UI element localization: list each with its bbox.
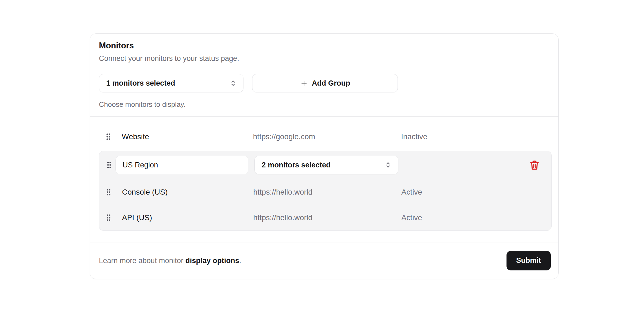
learn-more-text: Learn more about monitor display options… (99, 256, 241, 265)
group-monitor-row: Console (US) https://hello.world Active (99, 179, 551, 205)
group-monitors-select-value: 2 monitors selected (262, 161, 331, 169)
group-monitor-row: API (US) https://hello.world Active (99, 205, 551, 230)
trash-icon (529, 160, 540, 170)
monitor-url: https://hello.world (253, 188, 401, 197)
monitor-list: Website https://google.com Inactive 2 mo… (90, 117, 558, 242)
monitor-group: 2 monitors selected (99, 151, 552, 231)
learn-more-suffix: . (239, 257, 241, 265)
learn-more-prefix: Learn more about monitor (99, 257, 185, 265)
chevron-up-down-icon (384, 161, 392, 169)
group-monitors-select[interactable]: 2 monitors selected (254, 156, 398, 174)
group-name-input[interactable] (115, 156, 248, 174)
add-group-button[interactable]: Add Group (252, 74, 398, 92)
add-group-label: Add Group (312, 79, 350, 88)
card-header: Monitors Connect your monitors to your s… (90, 34, 558, 116)
monitor-url: https://hello.world (253, 213, 401, 222)
controls-row: 1 monitors selected Add Group (99, 74, 551, 92)
card-subtitle: Connect your monitors to your status pag… (99, 54, 551, 63)
monitor-row-website: Website https://google.com Inactive (99, 124, 552, 149)
handle-cell (99, 188, 122, 196)
drag-handle-icon[interactable] (106, 188, 111, 196)
plus-icon (300, 79, 308, 87)
monitors-card: Monitors Connect your monitors to your s… (90, 33, 559, 279)
monitor-status: Inactive (401, 132, 552, 141)
chevron-up-down-icon (229, 79, 237, 87)
monitor-name: Website (122, 132, 253, 141)
page-title: Monitors (99, 40, 551, 51)
delete-group-button[interactable] (529, 159, 540, 171)
drag-handle-icon[interactable] (107, 161, 112, 169)
monitor-url: https://google.com (253, 132, 401, 141)
monitors-select-value: 1 monitors selected (106, 79, 175, 88)
helper-text: Choose monitors to display. (99, 100, 551, 109)
handle-cell (99, 133, 122, 141)
submit-button[interactable]: Submit (507, 251, 551, 270)
monitor-status: Active (401, 188, 551, 197)
drag-handle-icon[interactable] (106, 214, 111, 222)
display-options-link[interactable]: display options (185, 257, 239, 265)
monitor-name: Console (US) (122, 188, 253, 197)
card-footer: Learn more about monitor display options… (90, 242, 558, 279)
monitors-select[interactable]: 1 monitors selected (99, 74, 243, 92)
handle-cell (99, 214, 122, 222)
group-header-row: 2 monitors selected (99, 151, 551, 179)
monitor-name: API (US) (122, 213, 253, 222)
drag-handle-icon[interactable] (106, 133, 111, 141)
monitor-status: Active (401, 213, 551, 222)
